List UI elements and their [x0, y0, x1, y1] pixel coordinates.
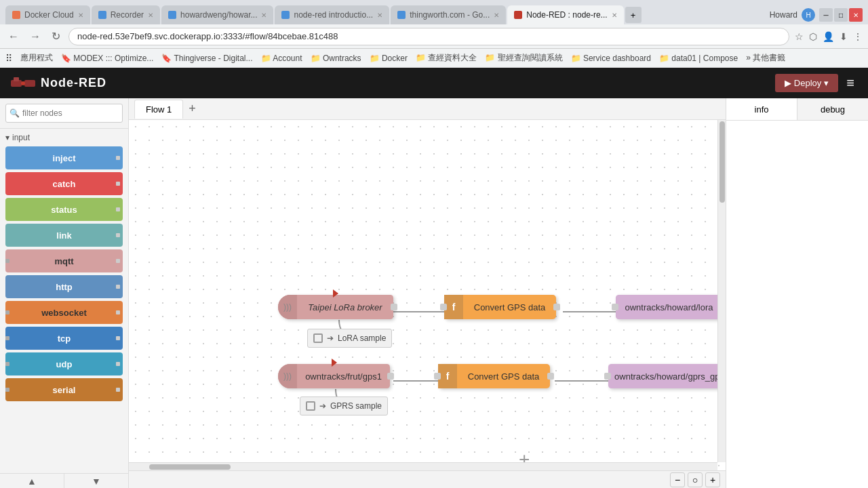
back-button[interactable]: ← [5, 29, 22, 44]
deploy-button[interactable]: ▶ Deploy ▾ [775, 74, 838, 92]
close-icon[interactable]: ✕ [261, 12, 267, 19]
tab-label: thingworth.com - Go... [410, 10, 490, 20]
bookmark-account[interactable]: 📁 Account [261, 54, 302, 63]
node-mqtt[interactable]: mqtt [5, 249, 123, 272]
node-tcp[interactable]: tcp [5, 327, 123, 350]
node-convert-gps-1[interactable]: f Convert GPS data [444, 295, 556, 319]
close-icon[interactable]: ✕ [612, 12, 617, 19]
node-owntracks-gprs[interactable]: owntracks/howard/gprs_gps ))) [608, 364, 726, 388]
bookmark-modex[interactable]: 🔖 MODEX ::: Optimize... [61, 54, 153, 63]
scrollbar-thumb-h[interactable] [149, 464, 231, 470]
close-icon[interactable]: ✕ [148, 12, 153, 19]
extension-icon[interactable]: ⬡ [809, 31, 817, 42]
port-right [116, 378, 123, 401]
bookmark-service-dashboard[interactable]: 📁 Service dashboard [571, 54, 651, 63]
sample-checkbox-icon [313, 333, 323, 343]
zoom-out-button[interactable]: − [670, 472, 685, 487]
node-link[interactable]: link [5, 224, 123, 247]
new-tab-button[interactable]: + [625, 7, 642, 23]
node-serial[interactable]: serial [5, 378, 123, 401]
node-catch[interactable]: catch [5, 172, 123, 195]
node-label: tcp [12, 333, 116, 344]
browser-user: Howard H ─ □ ✕ [770, 8, 863, 24]
forward-button[interactable]: → [27, 29, 43, 44]
bookmark-thingiverse[interactable]: 🔖 Thingiverse - Digital... [161, 54, 252, 63]
zoom-reset-button[interactable]: ○ [688, 472, 703, 487]
node-convert-gps-2[interactable]: f Convert GPS data [438, 364, 550, 388]
input-port [434, 373, 441, 380]
menu-button[interactable]: ≡ [844, 73, 857, 94]
window-controls[interactable]: ─ □ ✕ [819, 8, 863, 22]
node-status[interactable]: status [5, 198, 123, 221]
address-input[interactable] [68, 28, 789, 45]
bookmark-jingzi[interactable]: 📁 查經資料大全 [416, 52, 477, 64]
add-flow-button[interactable]: + [189, 102, 196, 116]
scroll-up-button[interactable]: ▲ [0, 474, 64, 488]
tab-label: Recorder [111, 10, 144, 20]
arrow-icon: ➔ [327, 333, 334, 343]
zoom-in-button[interactable]: + [705, 472, 720, 487]
tab-info[interactable]: info [726, 98, 797, 120]
category-label: input [12, 133, 30, 142]
flow-canvas[interactable]: ))) Taipei LoRa broker f Convert GPS dat… [129, 120, 726, 470]
node-label: Convert GPS data [463, 302, 556, 312]
node-owntracks-gps1[interactable]: ))) owntracks/frut/gps1 [278, 364, 390, 388]
tab-debug[interactable]: debug [797, 98, 868, 120]
flow-tab-1[interactable]: Flow 1 [134, 100, 183, 119]
minimize-button[interactable]: ─ [819, 8, 833, 22]
port-right [116, 172, 123, 195]
node-function-icon: f [444, 295, 463, 319]
tab-node-red-app[interactable]: Node-RED : node-re... ✕ [507, 5, 623, 24]
close-icon[interactable]: ✕ [494, 12, 499, 19]
settings-icon[interactable]: ⋮ [853, 31, 863, 42]
node-http[interactable]: http [5, 275, 123, 298]
chevron-down-icon: ▾ [5, 133, 9, 142]
node-category-header[interactable]: ▾ input [0, 130, 128, 145]
download-icon[interactable]: ⬇ [840, 31, 848, 42]
node-udp[interactable]: udp [5, 352, 123, 375]
bookmark-data01[interactable]: 📁 data01 | Compose [659, 54, 738, 63]
star-icon[interactable]: ☆ [795, 31, 804, 42]
close-icon[interactable]: ✕ [78, 12, 83, 19]
port-left [5, 198, 12, 221]
bookmark-apps[interactable]: 應用程式 [20, 52, 53, 64]
bookmark-bible[interactable]: 📁 聖經查詢閱讀系統 [485, 52, 562, 64]
canvas-scrollbar-v[interactable] [717, 120, 726, 462]
flow-tab-label: Flow 1 [146, 104, 172, 115]
bookmark-docker[interactable]: 📁 Docker [370, 54, 408, 63]
bookmark-owntracks[interactable]: 📁 Owntracks [311, 54, 361, 63]
sample-label: LoRA sample [338, 333, 386, 343]
node-gprs-sample[interactable]: ➔ GPRS sample [300, 396, 388, 415]
sample-label: GPRS sample [330, 401, 382, 411]
output-port [391, 304, 397, 310]
tab-label: howardweng/howar... [180, 10, 257, 20]
user-icon[interactable]: 👤 [823, 31, 834, 42]
error-indicator [332, 359, 337, 367]
node-lora-sample[interactable]: ➔ LoRA sample [307, 329, 392, 348]
scroll-down-button[interactable]: ▼ [64, 474, 128, 488]
search-input[interactable] [5, 104, 123, 123]
reload-button[interactable]: ↻ [49, 28, 63, 44]
node-label: Taipei LoRa broker [297, 302, 393, 312]
bookmark-others[interactable]: » 其他書籤 [746, 52, 785, 64]
canvas-scrollbar-h[interactable] [129, 462, 717, 470]
node-label: mqtt [12, 256, 116, 266]
port-right [116, 352, 123, 375]
apps-icon[interactable]: ⠿ [5, 53, 12, 64]
tab-node-red-intro[interactable]: node-red introductio... ✕ [275, 5, 389, 24]
scrollbar-thumb-v[interactable] [719, 121, 725, 203]
close-icon[interactable]: ✕ [377, 12, 382, 19]
tab-thingworth[interactable]: thingworth.com - Go... ✕ [391, 5, 506, 24]
tab-howardweng[interactable]: howardweng/howar... ✕ [161, 5, 273, 24]
node-taipei-lora-broker[interactable]: ))) Taipei LoRa broker [278, 295, 393, 319]
node-inject[interactable]: inject [5, 146, 123, 169]
close-button[interactable]: ✕ [849, 8, 863, 22]
port-right [116, 301, 123, 324]
maximize-button[interactable]: □ [834, 8, 848, 22]
node-owntracks-lora[interactable]: owntracks/howard/lora ))) [616, 295, 726, 319]
node-websocket[interactable]: websocket [5, 301, 123, 324]
tab-docker-cloud[interactable]: Docker Cloud ✕ [5, 5, 90, 24]
sidebar-scroll-controls: ▲ ▼ [0, 473, 128, 488]
tab-recorder[interactable]: Recorder ✕ [92, 5, 160, 24]
port-left [5, 249, 12, 272]
